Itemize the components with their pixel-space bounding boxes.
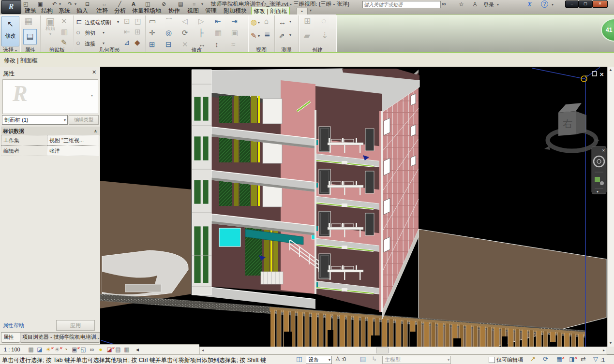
restore-button[interactable]: ▢ [579, 0, 592, 8]
cut-geometry-label[interactable]: 剪切 [85, 29, 95, 37]
select-by-face-icon[interactable]: ⇄ [581, 356, 586, 363]
ribbon-state-toggle-icon[interactable]: ▴ [296, 8, 308, 15]
cut-icon[interactable]: ✕ [61, 17, 67, 25]
create-assembly-icon[interactable]: ◌ [321, 17, 326, 25]
type-preview[interactable]: R ▾ [2, 79, 98, 114]
tab-view[interactable]: 视图 [186, 7, 200, 15]
sun-path-icon[interactable]: ☀✕ [45, 346, 52, 353]
match-properties-icon[interactable]: ✎ [61, 39, 67, 46]
reveal-constraints-icon[interactable]: ▤ [114, 346, 122, 353]
join-dropdown-icon[interactable]: ▾ [103, 41, 105, 45]
redo-icon[interactable]: ↷ [68, 1, 72, 7]
type-selector-dropdown-icon[interactable]: ▾ [91, 93, 93, 98]
override-dropdown-icon[interactable]: ▾ [258, 34, 260, 38]
tab-structure[interactable]: 结构 [40, 7, 54, 15]
navigation-bar[interactable]: ✕ ▾ [592, 146, 606, 194]
tab-project-browser[interactable]: 项目浏览器 - 技师学院机电培训... [20, 332, 100, 343]
editable-only-checkbox[interactable] [489, 357, 495, 363]
linework-icon[interactable]: ≣ [264, 31, 270, 39]
hide-dropdown-icon[interactable]: ▾ [258, 20, 260, 25]
active-workset-combo[interactable]: 设备 ▾ [306, 356, 332, 364]
help-dropdown-icon[interactable]: ▾ [552, 2, 554, 7]
cope-label[interactable]: 连接端切割 [85, 19, 111, 26]
default-3d-view-icon[interactable]: ◫ [145, 1, 150, 7]
demolish-hammer-icon[interactable]: ◆ [135, 39, 140, 46]
tab-addins[interactable]: 附加模块 [223, 7, 248, 15]
edit-type-button[interactable]: 编辑类型 [69, 115, 99, 125]
editing-requests-icon[interactable]: ♙ [335, 356, 341, 363]
create-similar-icon[interactable]: ⇣ [321, 32, 328, 40]
rotate-icon[interactable]: ⟳ [182, 29, 188, 37]
tab-collaborate[interactable]: 协作 [167, 7, 181, 15]
modify-tool-button[interactable]: ↖ 修改 [1, 16, 19, 46]
select-pinned-icon[interactable]: ◨✕ [568, 356, 576, 363]
trim-extend-icon[interactable]: ├ [198, 29, 204, 37]
horizontal-scroll-thumb[interactable] [376, 348, 389, 353]
create-group-icon[interactable]: ⊞ [304, 17, 311, 25]
undo-dropdown-icon[interactable]: ▾ [59, 2, 61, 6]
type-selector-combo[interactable]: 剖面框 (1) ▾ [2, 115, 68, 125]
design-option-combo[interactable]: 主模型 ▾ [382, 356, 451, 364]
worksharing-dialog-icon[interactable]: ▤ [360, 356, 366, 363]
rendering-dialog-icon[interactable]: ◔ [62, 346, 70, 353]
print-icon[interactable]: ⊟ [85, 1, 90, 7]
detail-level-icon[interactable]: ▦ [27, 346, 35, 353]
tab-properties-palette[interactable]: 属性 [1, 332, 20, 343]
type-selector-caret-icon[interactable]: ▾ [64, 116, 66, 125]
tab-architecture[interactable]: 建筑 [23, 7, 38, 15]
detail-line-icon[interactable]: ╱ [118, 1, 121, 7]
exchange-apps-icon[interactable]: X [527, 0, 532, 8]
workset-caret-icon[interactable]: ▾ [329, 356, 330, 364]
split-face-icon[interactable]: ⊞ [135, 28, 141, 36]
horizontal-scrollbar[interactable]: ◂ ▸ [199, 347, 607, 354]
property-value[interactable]: 视图 "三维视... [47, 135, 99, 146]
mirror-draw-icon[interactable]: ▷ [198, 17, 204, 25]
view-minimize-icon[interactable]: – [585, 72, 588, 77]
ribbon-state-dropdown-icon[interactable]: ▾ [310, 8, 312, 13]
sign-in-button[interactable]: 登录 [483, 1, 494, 9]
wall-joins-icon[interactable]: ⊡ [124, 17, 130, 25]
copy-icon[interactable]: ▥ [61, 28, 68, 36]
text-icon[interactable]: A [132, 1, 135, 7]
press-drag-icon[interactable]: ↗ [530, 356, 536, 363]
mirror-axis-icon[interactable]: ◁ [182, 17, 188, 25]
redo-dropdown-icon[interactable]: ▾ [75, 2, 76, 6]
view-close-icon[interactable]: ✕ [599, 72, 604, 77]
help-icon[interactable]: ? [541, 0, 548, 8]
zoom-tool-icon[interactable] [595, 177, 600, 182]
unjoin-icon[interactable]: ⇤ [124, 28, 130, 36]
lightbulb-hide-icon[interactable]: ◍ [251, 18, 257, 26]
3d-viewport-canvas[interactable]: 右 – ✕ ✕ ▾ [100, 67, 607, 347]
viewcube-face-label[interactable]: 右 [563, 118, 572, 129]
tab-systems[interactable]: 系统 [57, 7, 72, 15]
scale-icon[interactable]: ▣ [231, 29, 238, 37]
undo-icon[interactable]: ↶ [52, 1, 57, 7]
worksharing-display-icon[interactable]: ▦ [123, 346, 131, 353]
render-icon[interactable]: ⌂ [264, 17, 269, 25]
communication-center-icon[interactable]: ♙ [472, 1, 478, 8]
close-button[interactable]: ✕ [592, 0, 608, 8]
tab-modify-section-box[interactable]: 修改 | 剖面框 [251, 7, 290, 15]
property-value[interactable]: 张洋 [47, 146, 99, 156]
select-underlay-icon[interactable]: ▦✕ [555, 356, 563, 363]
scroll-down-icon[interactable]: ▼ [608, 340, 614, 346]
qat-customize-icon[interactable]: ▾ [201, 2, 203, 6]
reveal-hidden-elements-icon[interactable]: ∞ [88, 346, 96, 353]
tab-analyze[interactable]: 分析 [113, 7, 127, 15]
building-section-model[interactable] [191, 69, 419, 319]
beam-joins-icon[interactable]: ◳ [135, 17, 141, 25]
visual-style-icon[interactable]: ◪ [36, 346, 44, 353]
crop-view-icon[interactable]: ▣✕ [71, 346, 78, 353]
shadows-icon[interactable]: ☀✕ [53, 346, 61, 353]
sign-in-dropdown-icon[interactable]: ▾ [497, 2, 499, 7]
worksets-icon[interactable]: ◫ [296, 356, 302, 363]
apply-button[interactable]: 应用 [56, 320, 95, 331]
tab-manage[interactable]: 管理 [204, 7, 218, 15]
properties-grid-icon[interactable]: ▦ [24, 17, 32, 25]
tab-insert[interactable]: 插入 [75, 7, 90, 15]
design-option-caret-icon[interactable]: ▾ [448, 356, 449, 364]
terrain-left[interactable] [100, 181, 192, 308]
cut-geometry-icon[interactable]: ○ [76, 29, 80, 36]
cope-icon[interactable]: ⊏ [76, 18, 82, 26]
save-icon[interactable]: ▣ [38, 1, 43, 7]
